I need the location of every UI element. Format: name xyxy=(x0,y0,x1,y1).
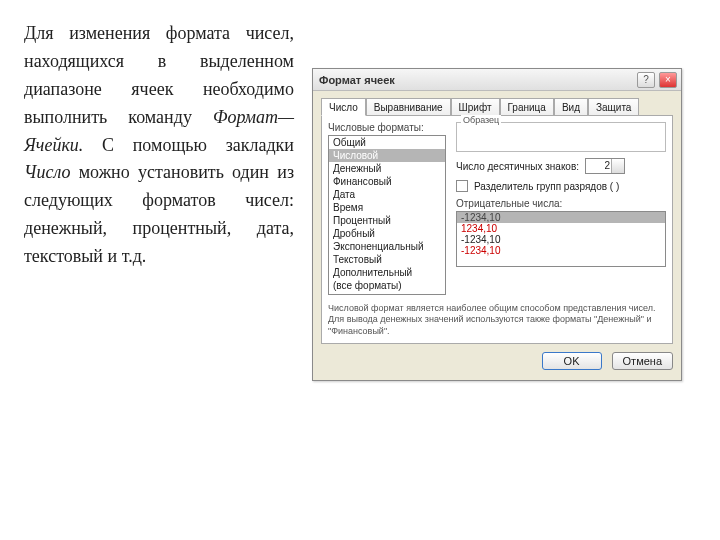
tab-border[interactable]: Граница xyxy=(500,98,554,116)
prose-tabname: Число xyxy=(24,162,70,182)
format-item[interactable]: Дата xyxy=(329,188,445,201)
format-item[interactable]: Денежный xyxy=(329,162,445,175)
dialog-titlebar: Формат ячеек ? × xyxy=(313,69,681,91)
close-button[interactable]: × xyxy=(659,72,677,88)
help-button[interactable]: ? xyxy=(637,72,655,88)
decimals-spinner[interactable]: 2 xyxy=(585,158,625,174)
format-description: Числовой формат является наиболее общим … xyxy=(328,303,666,337)
cancel-button[interactable]: Отмена xyxy=(612,352,673,370)
tab-panel-number: Числовые форматы: Общий Числовой Денежны… xyxy=(321,115,673,344)
negative-item[interactable]: -1234,10 xyxy=(457,245,665,256)
sample-box: Образец xyxy=(456,122,666,152)
format-item-selected[interactable]: Числовой xyxy=(329,149,445,162)
negative-listbox[interactable]: -1234,10 1234,10 -1234,10 -1234,10 xyxy=(456,211,666,267)
negative-label: Отрицательные числа: xyxy=(456,198,666,209)
tab-strip: Число Выравнивание Шрифт Граница Вид Защ… xyxy=(321,97,673,115)
dialog-title: Формат ячеек xyxy=(319,74,395,86)
negative-item[interactable]: -1234,10 xyxy=(457,212,665,223)
format-item[interactable]: Экспоненциальный xyxy=(329,240,445,253)
decimals-label: Число десятичных знаков: xyxy=(456,161,579,172)
ok-button[interactable]: OK xyxy=(542,352,602,370)
format-item[interactable]: Дополнительный xyxy=(329,266,445,279)
thousands-separator-label: Разделитель групп разрядов ( ) xyxy=(474,181,619,192)
tab-view[interactable]: Вид xyxy=(554,98,588,116)
format-cells-dialog: Формат ячеек ? × Число Выравнивание Шриф… xyxy=(312,68,682,381)
format-item[interactable]: Время xyxy=(329,201,445,214)
negative-item[interactable]: 1234,10 xyxy=(457,223,665,234)
format-item[interactable]: Общий xyxy=(329,136,445,149)
format-item[interactable]: (все форматы) xyxy=(329,279,445,292)
prose-seg2: С помощью закладки xyxy=(83,135,294,155)
thousands-separator-checkbox[interactable] xyxy=(456,180,468,192)
format-item[interactable]: Финансовый xyxy=(329,175,445,188)
formats-listbox[interactable]: Общий Числовой Денежный Финансовый Дата … xyxy=(328,135,446,295)
tab-alignment[interactable]: Выравнивание xyxy=(366,98,451,116)
tab-number[interactable]: Число xyxy=(321,98,366,116)
format-item[interactable]: Дробный xyxy=(329,227,445,240)
negative-item[interactable]: -1234,10 xyxy=(457,234,665,245)
tab-font[interactable]: Шрифт xyxy=(451,98,500,116)
format-item[interactable]: Текстовый xyxy=(329,253,445,266)
format-item[interactable]: Процентный xyxy=(329,214,445,227)
sample-label: Образец xyxy=(461,115,501,125)
tab-protection[interactable]: Защита xyxy=(588,98,639,116)
explanatory-paragraph: Для изменения формата чисел, находящихся… xyxy=(24,20,294,271)
formats-label: Числовые форматы: xyxy=(328,122,446,133)
